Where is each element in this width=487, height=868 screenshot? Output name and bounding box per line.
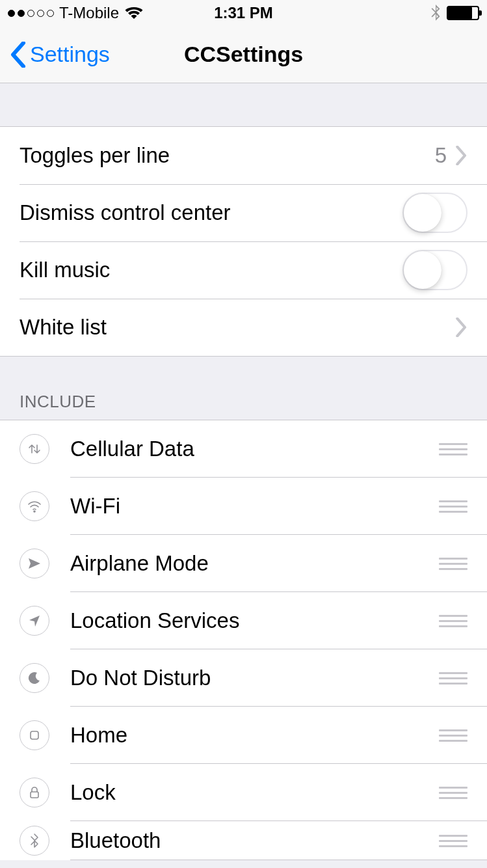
page-title: CCSettings bbox=[184, 42, 303, 67]
lock-icon bbox=[20, 778, 49, 807]
reorder-handle-icon[interactable] bbox=[439, 727, 467, 744]
chevron-left-icon bbox=[10, 42, 26, 68]
include-item-home[interactable]: Home bbox=[0, 707, 487, 764]
nav-bar: Settings CCSettings bbox=[0, 26, 487, 83]
toggles-per-line-cell[interactable]: Toggles per line 5 bbox=[0, 127, 487, 184]
status-right bbox=[430, 5, 479, 21]
bluetooth-icon bbox=[430, 5, 441, 21]
include-item-location[interactable]: Location Services bbox=[0, 592, 487, 649]
back-label: Settings bbox=[30, 42, 110, 67]
back-button[interactable]: Settings bbox=[0, 42, 110, 68]
include-item-lock[interactable]: Lock bbox=[0, 764, 487, 821]
cell-label: Dismiss control center bbox=[20, 200, 402, 225]
item-label: Home bbox=[70, 723, 439, 748]
chevron-right-icon bbox=[456, 146, 467, 165]
item-label: Do Not Disturb bbox=[70, 666, 439, 690]
item-label: Wi-Fi bbox=[70, 494, 439, 519]
status-time: 1:31 PM bbox=[214, 4, 273, 22]
general-settings-group: Toggles per line 5 Dismiss control cente… bbox=[0, 126, 487, 357]
wifi-icon bbox=[124, 6, 144, 20]
dismiss-control-center-cell: Dismiss control center bbox=[0, 184, 487, 241]
dismiss-control-center-switch[interactable] bbox=[402, 193, 467, 233]
cell-label: White list bbox=[20, 315, 456, 340]
include-item-dnd[interactable]: Do Not Disturb bbox=[0, 649, 487, 707]
reorder-handle-icon[interactable] bbox=[439, 441, 467, 458]
kill-music-switch[interactable] bbox=[402, 250, 467, 290]
cell-value: 5 bbox=[435, 143, 447, 168]
include-item-airplane[interactable]: Airplane Mode bbox=[0, 535, 487, 592]
reorder-handle-icon[interactable] bbox=[439, 498, 467, 515]
include-header: INCLUDE bbox=[0, 357, 487, 420]
item-label: Bluetooth bbox=[70, 828, 439, 853]
airplane-icon bbox=[20, 549, 49, 578]
kill-music-cell: Kill music bbox=[0, 241, 487, 299]
wifi-icon bbox=[20, 491, 49, 521]
item-label: Cellular Data bbox=[70, 437, 439, 461]
status-left: T-Mobile bbox=[8, 4, 144, 22]
svg-point-0 bbox=[34, 511, 35, 512]
cell-label: Kill music bbox=[20, 258, 402, 282]
location-icon bbox=[20, 606, 49, 636]
signal-strength-icon bbox=[8, 10, 54, 17]
svg-rect-2 bbox=[31, 792, 38, 798]
item-label: Location Services bbox=[70, 608, 439, 633]
cell-label: Toggles per line bbox=[20, 143, 435, 168]
battery-icon bbox=[447, 6, 479, 20]
bluetooth-icon bbox=[20, 826, 49, 856]
chevron-right-icon bbox=[456, 318, 467, 337]
white-list-cell[interactable]: White list bbox=[0, 299, 487, 356]
reorder-handle-icon[interactable] bbox=[439, 555, 467, 573]
include-group: Cellular Data Wi-Fi Airplane Mode Locati… bbox=[0, 420, 487, 860]
include-item-cellular-data[interactable]: Cellular Data bbox=[0, 420, 487, 478]
include-item-bluetooth[interactable]: Bluetooth bbox=[0, 821, 487, 860]
dnd-icon bbox=[20, 663, 49, 693]
item-label: Lock bbox=[70, 780, 439, 805]
svg-rect-1 bbox=[31, 731, 38, 739]
reorder-handle-icon[interactable] bbox=[439, 784, 467, 802]
cellular-icon bbox=[20, 434, 49, 464]
reorder-handle-icon[interactable] bbox=[439, 612, 467, 630]
carrier-label: T-Mobile bbox=[59, 4, 119, 22]
home-icon bbox=[20, 720, 49, 750]
item-label: Airplane Mode bbox=[70, 551, 439, 576]
reorder-handle-icon[interactable] bbox=[439, 670, 467, 687]
status-bar: T-Mobile 1:31 PM bbox=[0, 0, 487, 26]
reorder-handle-icon[interactable] bbox=[439, 832, 467, 850]
include-item-wifi[interactable]: Wi-Fi bbox=[0, 478, 487, 535]
